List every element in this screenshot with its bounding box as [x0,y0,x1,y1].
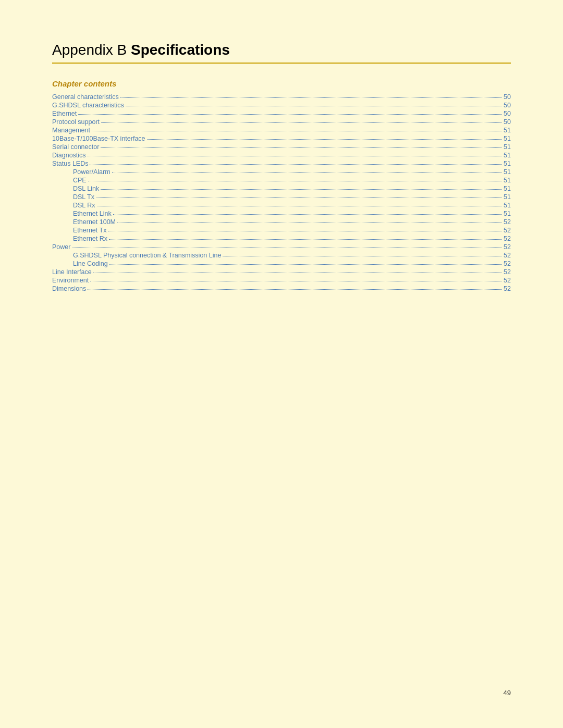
toc-page: 52 [504,235,511,242]
toc-link[interactable]: Power/Alarm [73,168,111,176]
toc-dots [109,264,502,265]
toc-page: 51 [504,202,511,209]
toc-dots [101,147,502,148]
toc-dots [88,156,502,156]
toc-page: 52 [504,285,511,292]
toc-link[interactable]: CPE [73,177,87,184]
toc-item[interactable]: Diagnostics51 [52,152,511,159]
toc-link[interactable]: Power [52,243,70,251]
toc-link[interactable]: DSL Rx [73,202,95,209]
toc-item[interactable]: Ethernet 100M52 [52,218,511,226]
toc-link[interactable]: Diagnostics [52,152,86,159]
toc-dots [101,189,502,190]
toc-item[interactable]: Ethernet50 [52,110,511,117]
toc-dots [120,97,502,98]
toc-page: 51 [504,168,511,176]
toc-link[interactable]: Line Interface [52,268,92,276]
toc-item[interactable]: Management51 [52,127,511,134]
toc-dots [112,172,503,173]
toc-item[interactable]: Line Interface52 [52,268,511,276]
toc-dots [101,122,502,123]
toc-item[interactable]: Power52 [52,243,511,251]
toc-dots [223,256,502,256]
toc-link[interactable]: G.SHDSL Physical connection & Transmissi… [73,252,221,259]
toc-page: 52 [504,252,511,259]
toc-link[interactable]: Ethernet Link [73,210,112,217]
toc-item[interactable]: DSL Link51 [52,185,511,192]
toc-dots [90,164,502,165]
toc-page: 51 [504,177,511,184]
toc-link[interactable]: Management [52,127,90,134]
toc-dots [92,131,502,131]
toc-item[interactable]: Ethernet Tx52 [52,227,511,234]
toc-page: 51 [504,160,511,167]
toc-dots [96,198,502,198]
toc-page: 51 [504,193,511,201]
toc-link[interactable]: Ethernet Tx [73,227,106,234]
toc-item[interactable]: G.SHDSL Physical connection & Transmissi… [52,252,511,259]
toc-dots [97,206,502,206]
toc-dots [108,231,502,231]
toc-item[interactable]: General characteristics50 [52,93,511,101]
toc-dots [93,273,502,273]
toc-link[interactable]: General characteristics [52,93,119,101]
toc-item[interactable]: Status LEDs51 [52,160,511,167]
toc-dots [72,248,502,248]
toc-link[interactable]: Serial connector [52,143,99,151]
toc-item[interactable]: DSL Rx51 [52,202,511,209]
toc-item[interactable]: DSL Tx51 [52,193,511,201]
toc-link[interactable]: Protocol support [52,118,100,126]
toc-item[interactable]: G.SHDSL characteristics50 [52,102,511,109]
toc-page: 51 [504,135,511,142]
toc-page: 52 [504,243,511,251]
chapter-contents-title: Chapter contents [52,79,511,88]
chapter-heading: Appendix B Specifications [52,42,511,58]
heading-title: Specifications [131,42,230,58]
toc-link[interactable]: Ethernet Rx [73,235,107,242]
toc-item[interactable]: CPE51 [52,177,511,184]
toc-page: 52 [504,268,511,276]
toc-item[interactable]: Ethernet Link51 [52,210,511,217]
page-number: 49 [504,689,511,697]
toc-link[interactable]: G.SHDSL characteristics [52,102,124,109]
toc-item[interactable]: Line Coding52 [52,260,511,267]
toc-item[interactable]: Ethernet Rx52 [52,235,511,242]
toc-dots [88,289,502,290]
toc-dots [109,239,502,240]
toc-link[interactable]: DSL Link [73,185,99,192]
toc-item[interactable]: Power/Alarm51 [52,168,511,176]
toc-page: 52 [504,277,511,284]
toc-page: 52 [504,260,511,267]
page-container: Appendix B Specifications Chapter conten… [0,0,563,728]
toc-link[interactable]: 10Base-T/100Base-TX interface [52,135,145,142]
toc-item[interactable]: Dimensions52 [52,285,511,292]
toc-page: 51 [504,127,511,134]
toc-link[interactable]: Ethernet [52,110,77,117]
toc-dots [90,281,502,281]
toc-dots [126,106,502,106]
toc-link[interactable]: Environment [52,277,89,284]
toc-page: 51 [504,152,511,159]
toc-dots [113,214,502,215]
toc-page: 50 [504,110,511,117]
toc-link[interactable]: Dimensions [52,285,86,292]
toc-page: 50 [504,102,511,109]
toc-item[interactable]: Environment52 [52,277,511,284]
toc-dots [147,139,503,140]
toc-page: 51 [504,185,511,192]
toc-item[interactable]: Protocol support50 [52,118,511,126]
toc-page: 52 [504,218,511,226]
toc-dots [78,114,502,115]
toc-page: 50 [504,93,511,101]
toc-link[interactable]: Line Coding [73,260,108,267]
toc-list: General characteristics50G.SHDSL charact… [52,93,511,292]
toc-link[interactable]: Ethernet 100M [73,218,116,226]
toc-page: 51 [504,210,511,217]
toc-link[interactable]: DSL Tx [73,193,94,201]
toc-dots [117,223,502,223]
toc-item[interactable]: 10Base-T/100Base-TX interface51 [52,135,511,142]
toc-link[interactable]: Status LEDs [52,160,88,167]
toc-page: 52 [504,227,511,234]
toc-item[interactable]: Serial connector51 [52,143,511,151]
toc-page: 51 [504,143,511,151]
